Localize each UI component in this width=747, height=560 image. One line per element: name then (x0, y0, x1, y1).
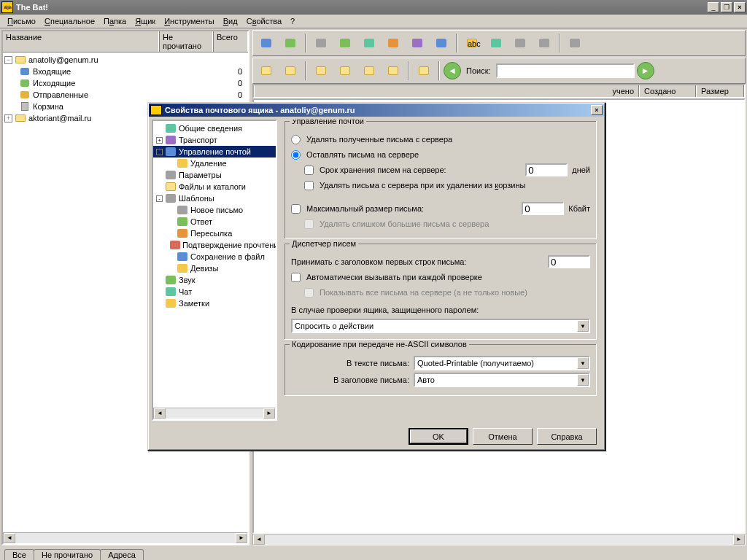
folder-outbox[interactable]: Исходящие 0 (4, 77, 247, 89)
receive-mail-button[interactable] (255, 33, 277, 53)
address-book-button[interactable] (485, 33, 507, 53)
col-created[interactable]: Создано (639, 85, 696, 97)
days-input[interactable] (525, 163, 568, 176)
chevron-down-icon[interactable]: ▼ (577, 320, 589, 332)
dialog-tree-item[interactable]: Пересылка (153, 228, 276, 239)
dialog-close-button[interactable]: × (591, 105, 603, 115)
password-action-combo[interactable]: Спросить о действии ▼ (291, 319, 590, 333)
chk-delete-when-trash[interactable]: Удалять письма с сервера при их удалении… (304, 181, 525, 190)
reply-all-button[interactable] (358, 33, 380, 53)
dialog-tree-item[interactable]: Девизы (153, 262, 276, 274)
dialog-tree-hscroll[interactable]: ◄ ► (153, 408, 276, 419)
view-button[interactable] (509, 33, 531, 53)
tool-btn-c[interactable] (310, 61, 332, 81)
scroll-left-icon[interactable]: ◄ (154, 408, 166, 419)
menu-special[interactable]: Специальное (40, 15, 99, 27)
folder-sent[interactable]: Отправленные 0 (4, 89, 247, 101)
size-input[interactable] (522, 202, 564, 215)
menu-letter[interactable]: Письмо (3, 15, 40, 27)
mark-read-button[interactable] (430, 33, 452, 53)
header-encoding-combo[interactable]: Авто ▼ (414, 373, 590, 387)
tool-btn-a[interactable] (255, 61, 277, 81)
col-total[interactable]: Всего (213, 31, 248, 52)
scroll-left-icon[interactable]: ◄ (253, 534, 265, 545)
dialog-tree-item[interactable]: Файлы и каталоги (153, 181, 276, 192)
dialog-nav-tree[interactable]: Общие сведения+Транспорт-Управление почт… (152, 120, 277, 421)
scroll-left-icon[interactable]: ◄ (4, 533, 15, 543)
col-name[interactable]: Название (3, 31, 159, 52)
nav-next-button[interactable]: ► (637, 62, 654, 79)
tool-btn-b[interactable] (279, 61, 301, 81)
list-hscroll[interactable]: ◄ ► (252, 534, 746, 545)
footer-tabs: Все Не прочитано Адреса (0, 547, 747, 560)
redirect-button[interactable] (406, 33, 428, 53)
expand-toggle[interactable]: − (4, 56, 12, 64)
radio-delete-from-server[interactable]: Удалять полученные письма с сервера (291, 135, 452, 144)
nav-prev-button[interactable]: ◄ (444, 62, 461, 79)
menu-properties[interactable]: Свойства (242, 15, 286, 27)
print-button[interactable] (533, 33, 555, 53)
expand-toggle[interactable]: + (4, 114, 12, 122)
minimize-button[interactable]: _ (708, 2, 719, 12)
help-button[interactable]: Справка (537, 428, 597, 445)
tool-btn-f[interactable] (382, 61, 404, 81)
header-lines-input[interactable] (548, 255, 590, 268)
dialog-tree-item[interactable]: Общие сведения (153, 122, 276, 134)
forward-button[interactable] (382, 33, 404, 53)
menu-mailbox[interactable]: Ящик (131, 15, 160, 27)
chk-keep-days[interactable]: Срок хранения писем на сервере: (304, 166, 446, 175)
chevron-down-icon[interactable]: ▼ (577, 374, 589, 386)
tab-all[interactable]: Все (4, 549, 34, 560)
col-size[interactable]: Размер (696, 85, 744, 97)
dialog-tree-item[interactable]: -Управление почтой (153, 146, 276, 158)
dialog-tree-item[interactable]: Подтверждение прочтения (153, 239, 276, 251)
chevron-down-icon[interactable]: ▼ (577, 357, 589, 369)
tree-node-label: Пересылка (190, 229, 232, 238)
scroll-right-icon[interactable]: ► (236, 533, 247, 543)
dialog-tree-item[interactable]: Заметки (153, 298, 276, 309)
expand-toggle[interactable]: + (156, 137, 163, 144)
col-received[interactable]: учено (254, 85, 639, 97)
tab-unread[interactable]: Не прочитано (34, 549, 101, 560)
tool-btn-g[interactable] (413, 61, 435, 81)
folder-inbox[interactable]: Входящие 0 (4, 66, 247, 77)
dialog-tree-item[interactable]: Параметры (153, 169, 276, 181)
account-row[interactable]: − anatoliy@genum.ru (4, 54, 247, 66)
delete-button[interactable] (564, 33, 586, 53)
tool-btn-d[interactable] (334, 61, 356, 81)
chk-max-size[interactable]: Максимальный размер письма: (291, 204, 424, 214)
dialog-tree-item[interactable]: Новое письмо (153, 204, 276, 216)
chk-auto-call[interactable]: Автоматически вызывать при каждой провер… (291, 273, 482, 282)
col-unread[interactable]: Не прочитано (159, 31, 213, 52)
menu-help[interactable]: ? (286, 15, 299, 27)
cancel-button[interactable]: Отмена (473, 428, 533, 445)
scroll-right-icon[interactable]: ► (733, 534, 745, 545)
ok-button[interactable]: OK (409, 428, 468, 445)
maximize-button[interactable]: ❐ (721, 2, 732, 12)
menu-tools[interactable]: Инструменты (160, 15, 219, 27)
dialog-tree-item[interactable]: -Шаблоны (153, 192, 276, 204)
dialog-tree-item[interactable]: Звук (153, 274, 276, 286)
search-input[interactable] (496, 63, 635, 78)
menu-folder[interactable]: Папка (99, 15, 131, 27)
dialog-tree-item[interactable]: Ответ (153, 216, 276, 228)
dialog-tree-item[interactable]: Чат (153, 286, 276, 298)
reply-button[interactable] (334, 33, 356, 53)
send-mail-button[interactable] (279, 33, 301, 53)
dialog-tree-item[interactable]: +Транспорт (153, 134, 276, 146)
radio-keep-on-server[interactable]: Оставлять письма на сервере (291, 150, 419, 160)
menu-view[interactable]: Вид (219, 15, 242, 27)
dialog-tree-item[interactable]: Удаление (153, 158, 276, 169)
folder-hscroll[interactable]: ◄ ► (3, 532, 248, 544)
expand-toggle[interactable]: - (156, 195, 163, 202)
close-button[interactable]: × (734, 2, 746, 12)
tool-btn-e[interactable] (358, 61, 380, 81)
spell-check-button[interactable]: abc (461, 33, 483, 53)
expand-toggle[interactable]: - (156, 149, 163, 155)
body-encoding-combo[interactable]: Quoted-Printable (получитаемо) ▼ (414, 356, 590, 370)
dialog-tree-item[interactable]: Сохранение в файл (153, 251, 276, 262)
new-message-button[interactable] (310, 33, 332, 53)
dialog-titlebar[interactable]: Свойства почтового ящика - anatoliy@genu… (149, 104, 604, 117)
tab-addresses[interactable]: Адреса (100, 549, 144, 560)
scroll-right-icon[interactable]: ► (263, 408, 275, 419)
